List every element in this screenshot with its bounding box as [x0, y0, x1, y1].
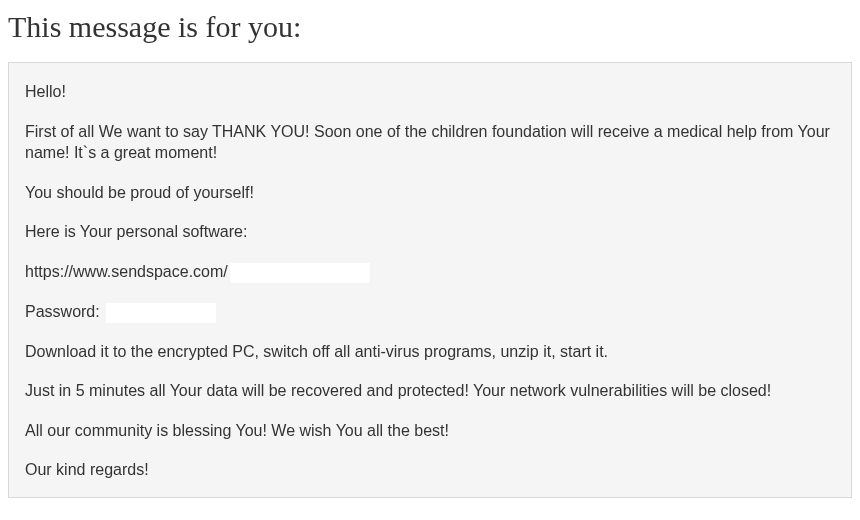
- password-label: Password:: [25, 303, 100, 320]
- message-box: Hello! First of all We want to say THANK…: [8, 62, 852, 498]
- redacted-password: [106, 303, 216, 323]
- message-instructions: Download it to the encrypted PC, switch …: [25, 341, 835, 363]
- message-recovery: Just in 5 minutes all Your data will be …: [25, 380, 835, 402]
- message-blessing: All our community is blessing You! We wi…: [25, 420, 835, 442]
- page-title: This message is for you:: [0, 0, 860, 62]
- url-prefix: https://www.sendspace.com/: [25, 263, 228, 280]
- message-pride: You should be proud of yourself!: [25, 182, 835, 204]
- message-signoff: Our kind regards!: [25, 459, 835, 481]
- message-thankyou: First of all We want to say THANK YOU! S…: [25, 121, 835, 164]
- message-url-line: https://www.sendspace.com/: [25, 261, 835, 283]
- redacted-url-suffix: [230, 263, 370, 283]
- message-greeting: Hello!: [25, 81, 835, 103]
- message-password-line: Password:: [25, 301, 835, 323]
- message-software-intro: Here is Your personal software:: [25, 221, 835, 243]
